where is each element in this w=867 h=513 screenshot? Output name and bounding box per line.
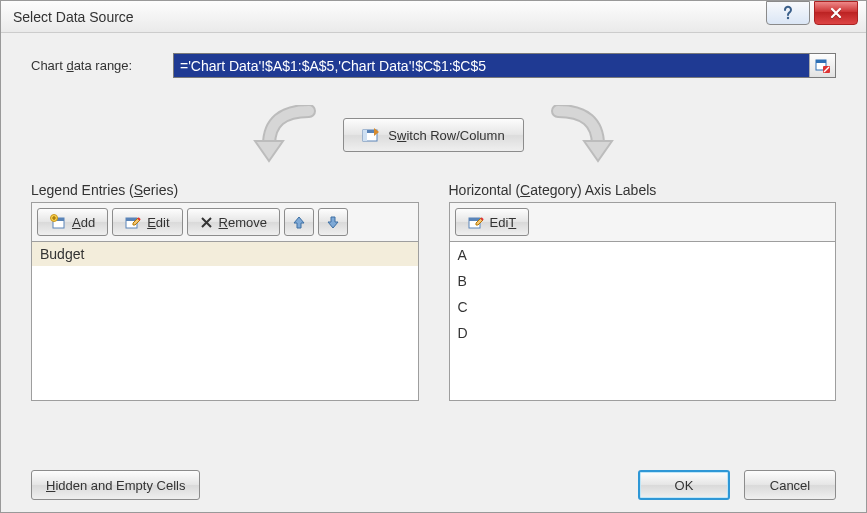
cancel-button[interactable]: Cancel bbox=[744, 470, 836, 500]
help-icon bbox=[780, 5, 796, 21]
add-icon bbox=[50, 214, 66, 230]
help-button[interactable] bbox=[766, 1, 810, 25]
hidden-empty-cells-button[interactable]: Hidden and Empty Cells bbox=[31, 470, 200, 500]
svg-rect-6 bbox=[363, 130, 367, 141]
list-item[interactable]: A bbox=[450, 242, 836, 268]
range-picker-button[interactable] bbox=[809, 54, 835, 77]
edit-category-button[interactable]: EdiT bbox=[455, 208, 530, 236]
switch-icon bbox=[362, 127, 380, 143]
chart-data-range-input[interactable] bbox=[174, 54, 809, 77]
arrow-right-down-icon bbox=[538, 105, 628, 165]
dialog-title: Select Data Source bbox=[9, 9, 766, 25]
move-up-button[interactable] bbox=[284, 208, 314, 236]
close-icon bbox=[829, 6, 843, 20]
edit-icon bbox=[125, 214, 141, 230]
close-button[interactable] bbox=[814, 1, 858, 25]
list-item[interactable]: C bbox=[450, 294, 836, 320]
switch-row-column-button[interactable]: Switch Row/Column bbox=[343, 118, 523, 152]
arrow-up-icon bbox=[293, 215, 305, 229]
chart-data-range-label: Chart data range: bbox=[31, 58, 161, 73]
category-toolbar: EdiT bbox=[449, 202, 837, 241]
select-data-source-dialog: Select Data Source Chart data range: bbox=[0, 0, 867, 513]
series-toolbar: Add Edit bbox=[31, 202, 419, 241]
remove-series-button[interactable]: Remove bbox=[187, 208, 280, 236]
legend-entries-header: Legend Entries (Series) bbox=[31, 182, 419, 198]
category-listbox[interactable]: A B C D bbox=[449, 241, 837, 401]
remove-icon bbox=[200, 216, 213, 229]
ok-button[interactable]: OK bbox=[638, 470, 730, 500]
arrow-down-icon bbox=[327, 215, 339, 229]
move-down-button[interactable] bbox=[318, 208, 348, 236]
list-item[interactable]: B bbox=[450, 268, 836, 294]
arrow-left-down-icon bbox=[239, 105, 329, 165]
edit-series-button[interactable]: Edit bbox=[112, 208, 182, 236]
add-series-button[interactable]: Add bbox=[37, 208, 108, 236]
svg-rect-2 bbox=[816, 60, 826, 63]
list-item[interactable]: Budget bbox=[32, 242, 418, 266]
category-axis-header: Horizontal (Category) Axis Labels bbox=[449, 182, 837, 198]
edit-icon bbox=[468, 214, 484, 230]
range-picker-icon bbox=[815, 58, 831, 74]
list-item[interactable]: D bbox=[450, 320, 836, 346]
series-listbox[interactable]: Budget bbox=[31, 241, 419, 401]
titlebar: Select Data Source bbox=[1, 1, 866, 33]
svg-point-0 bbox=[787, 16, 789, 18]
